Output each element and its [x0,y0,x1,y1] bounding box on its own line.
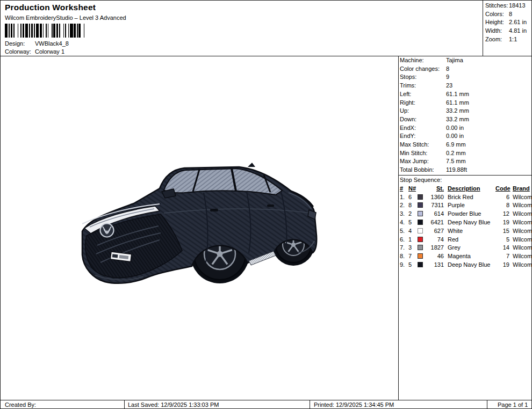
needle-number: 3 [408,244,416,251]
swatch-cell [416,211,425,216]
machine-value: 6.9 mm [446,141,466,149]
stop-number: 1. [400,194,408,200]
stitch-count: 74 [425,236,445,243]
machine-row: Down:33.2 mm [400,115,531,124]
machine-row: Max Jump:7.5 mm [400,157,531,166]
machine-row: Min Stitch:0.2 mm [400,149,531,158]
footer-page-number: Page 1 of 1 [498,401,528,408]
thread-description: Purple [445,202,495,208]
swatch-cell [416,253,425,259]
stop-number: 9. [400,261,408,268]
summary-label: Height: [485,18,509,27]
col-header-stitches: St. [425,185,445,192]
machine-label: EndX: [400,124,446,133]
machine-value: 23 [446,82,452,90]
thread-description: Brick Red [445,194,495,200]
stop-number: 6. [400,236,408,243]
thread-code: 14 [495,244,509,251]
car-windows [164,169,282,195]
thread-brand: Wilcom [509,210,531,217]
thread-code: 6 [495,194,509,200]
machine-value: 119.88ft [446,166,467,174]
footer-cell-divider [487,400,487,409]
stop-sequence: Stop Sequence: # N# St. Description Code… [399,176,531,269]
stitch-count: 1827 [425,244,445,251]
thread-brand: Wilcom [509,202,531,208]
summary-label: Stitches: [485,2,509,10]
stitch-count: 7311 [425,202,445,208]
machine-label: Max Jump: [400,157,446,166]
stop-rows: 1.61360Brick Red6Wilcom2.87311Purple8Wil… [400,193,531,269]
machine-value: 8 [446,65,449,74]
needle-number: 7 [408,253,416,259]
machine-label: Left: [400,90,446,99]
stop-number: 3. [400,210,408,217]
design-value: VWBlack4_8 [35,40,69,48]
swatch-cell [416,245,425,250]
thread-swatch [418,237,423,242]
thread-brand: Wilcom [509,228,531,234]
needle-number: 4 [408,228,416,234]
app-subtitle: Wilcom EmbroideryStudio – Level 3 Advanc… [5,14,126,21]
thread-description: Magenta [445,253,495,259]
thread-swatch [418,202,423,208]
stitch-count: 46 [425,253,445,259]
machine-label: Machine: [400,56,446,65]
stitch-count: 131 [425,261,445,268]
stop-sequence-row: 7.31827Grey14Wilcom [400,244,531,252]
stop-sequence-row: 1.61360Brick Red6Wilcom [400,193,531,201]
barcode [5,24,85,38]
footer-last-saved: Last Saved: 12/9/2025 1:33:03 PM [128,401,219,408]
page-title: Production Worksheet [5,3,96,12]
antenna-fin [248,163,255,167]
thread-code: 7 [495,253,509,259]
stop-sequence-row: 9.5131Deep Navy Blue19Wilcom [400,260,531,269]
footer-cell-divider [124,400,125,409]
stitch-count: 6421 [425,219,445,225]
machine-value: 0.2 mm [446,149,466,158]
swatch-cell [416,237,425,242]
stop-sequence-row: 5.4627White15Wilcom [400,227,531,235]
summary-row: Width:4.81 in [485,27,532,35]
thread-brand: Wilcom [509,253,531,259]
colorway-label: Colorway: [5,48,35,56]
needle-number: 6 [408,194,416,200]
machine-row: Left:61.1 mm [400,90,531,99]
machine-label: Color changes: [400,65,446,74]
machine-value: 61.1 mm [446,90,469,99]
machine-value: 0.00 in [446,132,464,141]
stop-sequence-row: 4.56421Deep Navy Blue19Wilcom [400,218,531,227]
vw-badge [100,224,114,237]
col-header-code: Code [495,185,509,192]
machine-row: Stops:9 [400,73,531,82]
summary-row: Colors:8 [485,10,532,19]
thread-swatch [418,262,423,267]
col-header-brand: Brand [509,185,531,192]
summary-value: 18413 [509,2,526,10]
summary-row: Height:2.61 in [485,18,532,27]
summary-row: Zoom:1:1 [485,35,532,44]
stop-number: 4. [400,219,408,225]
machine-row: Total Bobbin:119.88ft [400,166,531,174]
stop-sequence-row: 2.87311Purple8Wilcom [400,201,531,210]
production-worksheet-page: Production Worksheet Wilcom EmbroiderySt… [0,0,532,409]
stop-number: 8. [400,253,408,259]
machine-rows: Machine:TajimaColor changes:8Stops:9Trim… [400,56,531,174]
colorway-value: Colorway 1 [35,48,64,56]
design-row: Design: VWBlack4_8 [5,40,69,48]
stitch-count: 627 [425,228,445,234]
thread-description: White [445,228,495,234]
barcode-bar [84,24,85,38]
machine-value: 0.00 in [446,124,464,133]
footer-cell-divider [310,400,310,409]
thread-brand: Wilcom [509,194,531,200]
machine-value: Tajima [446,56,463,65]
colorway-row: Colorway: Colorway 1 [5,48,64,56]
stop-sequence-row: 8.746Magenta7Wilcom [400,252,531,260]
stitch-count: 1360 [425,194,445,200]
machine-label: Trims: [400,82,446,90]
swatch-cell [416,220,425,225]
thread-description: Grey [445,244,495,251]
needle-number: 8 [408,202,416,208]
machine-row: EndX:0.00 in [400,124,531,133]
